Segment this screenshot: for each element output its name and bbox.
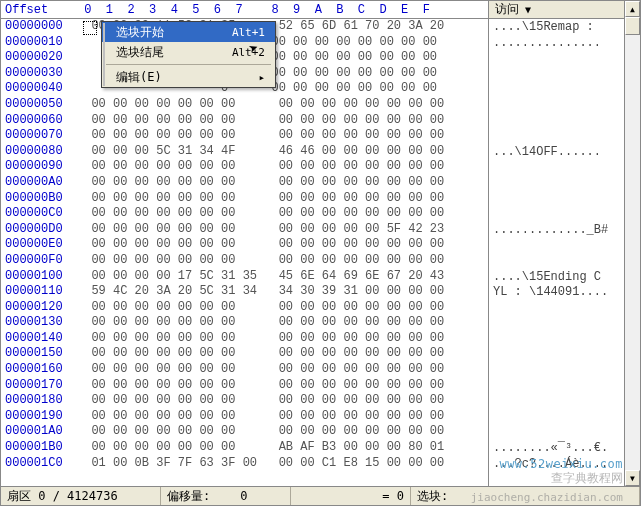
hex-row[interactable]: 00000160 00 00 00 00 00 00 00 00 00 00 0… [5,362,488,378]
hex-bytes[interactable]: 00 00 00 00 00 00 00 00 00 00 00 00 00 0… [77,362,451,378]
ascii-row[interactable]: ...\14OFF...... [493,145,640,161]
ascii-row[interactable] [493,301,640,317]
ascii-row[interactable] [493,160,640,176]
ascii-row[interactable] [493,176,640,192]
hex-row[interactable]: 000001A0 00 00 00 00 00 00 00 00 00 00 0… [5,424,488,440]
ascii-row[interactable] [493,394,640,410]
hex-bytes[interactable]: 01 00 0B 3F 7F 63 3F 00 00 00 C1 E8 15 0… [77,456,451,472]
hex-bytes[interactable]: 00 00 00 00 00 00 00 00 00 00 00 00 00 0… [77,128,451,144]
hex-row[interactable]: 00000180 00 00 00 00 00 00 00 00 00 00 0… [5,393,488,409]
ascii-row[interactable] [493,67,640,83]
ascii-row[interactable] [493,114,640,130]
status-select-label: 选块: [417,488,448,505]
status-offset-label: 偏移量: [167,488,210,505]
hex-bytes[interactable]: 00 00 00 00 00 00 00 00 00 00 00 00 00 0… [77,97,451,113]
hex-row[interactable]: 00000190 00 00 00 00 00 00 00 00 00 00 0… [5,409,488,425]
menu-item-select-start[interactable]: 选块开始 Alt+1 [102,22,275,42]
ascii-row[interactable] [493,129,640,145]
hex-bytes[interactable]: 00 00 00 00 00 00 00 00 00 00 00 00 00 0… [77,424,451,440]
hex-row[interactable]: 00000110 59 4C 20 3A 20 5C 31 34 34 30 3… [5,284,488,300]
offset-value: 00000060 [5,113,77,129]
hex-bytes[interactable]: 00 00 00 00 00 00 00 00 00 00 00 00 00 0… [77,409,451,425]
scroll-track[interactable] [625,17,640,470]
offset-value: 000000B0 [5,191,77,207]
hex-row[interactable]: 00000140 00 00 00 00 00 00 00 00 00 00 0… [5,331,488,347]
hex-bytes[interactable]: 00 00 00 00 00 00 00 00 00 00 00 00 00 0… [77,113,451,129]
ascii-row[interactable] [493,379,640,395]
scroll-up-button[interactable]: ▲ [625,1,640,17]
hex-bytes[interactable]: 00 00 00 00 00 00 00 00 00 00 00 00 00 0… [77,300,451,316]
hex-row[interactable]: 000000D0 00 00 00 00 00 00 00 00 00 00 0… [5,222,488,238]
ascii-row[interactable]: ........«¯³...€. [493,441,640,457]
vertical-scrollbar[interactable]: ▲ ▼ [624,1,640,486]
ascii-row[interactable] [493,332,640,348]
menu-item-select-end[interactable]: 选块结尾 Alt+2 [102,42,275,62]
offset-value: 00000130 [5,315,77,331]
ascii-row[interactable] [493,98,640,114]
hex-row[interactable]: 00000150 00 00 00 00 00 00 00 00 00 00 0… [5,346,488,362]
hex-row[interactable]: 000000E0 00 00 00 00 00 00 00 00 00 00 0… [5,237,488,253]
ascii-panel: 访问 ▼ ....\15Remap :............... ...\1… [488,1,640,486]
hex-row[interactable]: 00000070 00 00 00 00 00 00 00 00 00 00 0… [5,128,488,144]
hex-bytes[interactable]: 00 00 00 00 00 00 00 00 00 00 00 00 5F 4… [77,222,451,238]
offset-value: 000001C0 [5,456,77,472]
ascii-row[interactable] [493,425,640,441]
hex-row[interactable]: 00000050 00 00 00 00 00 00 00 00 00 00 0… [5,97,488,113]
hex-row[interactable]: 000000C0 00 00 00 00 00 00 00 00 00 00 0… [5,206,488,222]
ascii-row[interactable]: YL : \144091.... [493,285,640,301]
hex-bytes[interactable]: 00 00 00 00 00 00 00 00 00 00 00 00 00 0… [77,191,451,207]
hex-row[interactable]: 00000080 00 00 00 5C 31 34 4F 46 46 00 0… [5,144,488,160]
hex-bytes[interactable]: 00 00 00 00 17 5C 31 35 45 6E 64 69 6E 6… [77,269,451,285]
ascii-body[interactable]: ....\15Remap :............... ...\14OFF.… [489,19,640,486]
hex-bytes[interactable]: 00 00 00 00 00 00 00 00 00 00 00 00 00 0… [77,346,451,362]
ascii-row[interactable] [493,207,640,223]
hex-row[interactable]: 00000100 00 00 00 00 17 5C 31 35 45 6E 6… [5,269,488,285]
hex-bytes[interactable]: 00 00 00 00 00 00 00 00 00 00 00 00 00 0… [77,315,451,331]
hex-row[interactable]: 00000120 00 00 00 00 00 00 00 00 00 00 0… [5,300,488,316]
hex-bytes[interactable]: 59 4C 20 3A 20 5C 31 34 34 30 39 31 00 0… [77,284,451,300]
hex-row[interactable]: 000001C0 01 00 0B 3F 7F 63 3F 00 00 00 C… [5,456,488,472]
hex-row[interactable]: 000000F0 00 00 00 00 00 00 00 00 00 00 0… [5,253,488,269]
ascii-row[interactable] [493,316,640,332]
hex-row[interactable]: 00000130 00 00 00 00 00 00 00 00 00 00 0… [5,315,488,331]
hex-bytes[interactable]: 00 00 00 00 00 00 00 AB AF B3 00 00 00 8… [77,440,451,456]
hex-row[interactable]: 00000170 00 00 00 00 00 00 00 00 00 00 0… [5,378,488,394]
ascii-row[interactable] [493,82,640,98]
ascii-row[interactable] [493,347,640,363]
ascii-row[interactable]: ....\15Remap : [493,20,640,36]
ascii-row[interactable]: ............... [493,36,640,52]
ascii-row[interactable] [493,410,640,426]
scroll-down-button[interactable]: ▼ [625,470,640,486]
ascii-row[interactable] [493,238,640,254]
menu-item-edit[interactable]: 编辑(E) ▸ [102,67,275,87]
ascii-row[interactable] [493,363,640,379]
ascii-row[interactable] [493,192,640,208]
hex-bytes[interactable]: 00 00 00 00 00 00 00 00 00 00 00 00 00 0… [77,159,451,175]
hex-bytes[interactable]: 00 00 00 00 00 00 00 00 00 00 00 00 00 0… [77,253,451,269]
hex-bytes[interactable]: 00 00 00 00 00 00 00 00 00 00 00 00 00 0… [77,393,451,409]
offset-value: 00000170 [5,378,77,394]
hex-row[interactable]: 000000B0 00 00 00 00 00 00 00 00 00 00 0… [5,191,488,207]
scroll-thumb[interactable] [625,17,640,35]
ascii-header[interactable]: 访问 ▼ [489,1,640,19]
ascii-row[interactable] [493,254,640,270]
hex-row[interactable]: 000001B0 00 00 00 00 00 00 00 AB AF B3 0… [5,440,488,456]
offset-value: 00000070 [5,128,77,144]
dropdown-arrow-icon: ▼ [525,4,531,15]
hex-bytes[interactable]: 00 00 00 00 00 00 00 00 00 00 00 00 00 0… [77,331,451,347]
hex-bytes[interactable]: 00 00 00 00 00 00 00 00 00 00 00 00 00 0… [77,237,451,253]
hex-bytes[interactable]: 00 00 00 00 00 00 00 00 00 00 00 00 00 0… [77,175,451,191]
offset-value: 00000150 [5,346,77,362]
ascii-row[interactable]: ....\15Ending C [493,270,640,286]
menu-item-label: 选块开始 [116,24,164,41]
hex-row[interactable]: 000000A0 00 00 00 00 00 00 00 00 00 00 0… [5,175,488,191]
hex-row[interactable]: 00000090 00 00 00 00 00 00 00 00 00 00 0… [5,159,488,175]
hex-bytes[interactable]: 00 00 00 00 00 00 00 00 00 00 00 00 00 0… [77,378,451,394]
offset-value: 00000080 [5,144,77,160]
hex-bytes[interactable]: 00 00 00 5C 31 34 4F 46 46 00 00 00 00 0… [77,144,451,160]
hex-row[interactable]: 00000060 00 00 00 00 00 00 00 00 00 00 0… [5,113,488,129]
ascii-row[interactable] [493,51,640,67]
offset-value: 000000E0 [5,237,77,253]
hex-bytes[interactable]: 00 00 00 00 00 00 00 00 00 00 00 00 00 0… [77,206,451,222]
ascii-row[interactable]: ............._B# [493,223,640,239]
